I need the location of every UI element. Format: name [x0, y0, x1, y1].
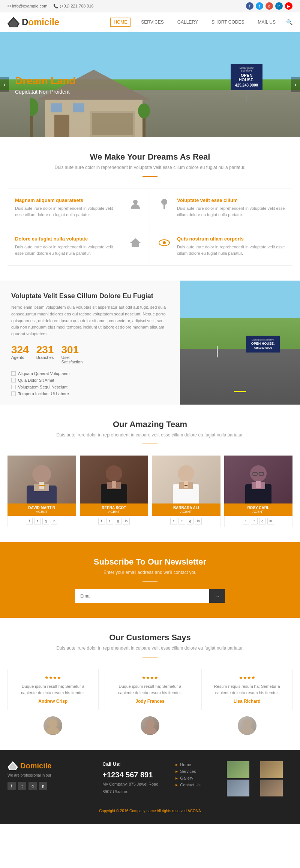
footer-links-list: Home Services Gallery Contact Us — [176, 761, 219, 788]
footer-address: My Company, 875 Jewel Road8907 Ukraine. — [102, 781, 168, 796]
footer-brand-col: Domicile We are professional in our f t … — [8, 761, 95, 796]
team-tw-4[interactable]: t — [251, 518, 258, 524]
svg-rect-8 — [73, 103, 84, 112]
footer-link-home[interactable]: Home — [176, 761, 219, 768]
team-role-1: AGENT — [10, 510, 73, 514]
feature-text-2: Voluptate velit esse cillum Duis aute ir… — [177, 197, 285, 218]
nav-mailus[interactable]: MAIL US — [255, 18, 279, 26]
nav-shortcodes[interactable]: SHORT CODES — [208, 18, 248, 26]
svg-point-19 — [32, 465, 51, 484]
nav-services[interactable]: SERVICES — [138, 18, 166, 26]
nav-home[interactable]: HOME — [110, 18, 130, 27]
avatar-1 — [8, 716, 99, 735]
footer-link-services[interactable]: Services — [176, 768, 219, 775]
youtube-icon[interactable]: ▶ — [285, 2, 292, 10]
footer-copyright: Copyright © 2016 Company name All rights… — [99, 809, 187, 813]
stats-right-image: Marketplace Sotheby's OPEN HOUSE. 425.24… — [180, 281, 300, 405]
team-section: Our Amazing Team Duis aute irure dolor i… — [0, 405, 300, 542]
footer-link-contact-a[interactable]: Contact Us — [180, 783, 200, 787]
footer-call-label: Call Us: — [102, 761, 168, 767]
facebook-icon[interactable]: f — [246, 2, 254, 10]
team-gp-2[interactable]: g — [115, 518, 122, 524]
hero-title: Dream Land — [15, 75, 76, 87]
footer-link-home-a[interactable]: Home — [180, 762, 191, 767]
team-divider — [142, 444, 158, 444]
svg-rect-23 — [39, 485, 45, 486]
logo-icon — [8, 17, 20, 27]
svg-rect-32 — [184, 485, 188, 486]
stars-3: ★★★★ — [208, 675, 286, 680]
team-role-2: AGENT — [83, 510, 146, 514]
team-overlay-4: ROSY CARL AGENT — [224, 503, 293, 516]
svg-marker-44 — [9, 763, 17, 770]
email-icon: ✉ — [8, 4, 11, 8]
googleplus-icon[interactable]: g — [266, 2, 273, 10]
person-icon — [129, 197, 142, 211]
team-social-2: f t g in — [80, 515, 148, 527]
team-li-1[interactable]: in — [51, 518, 57, 524]
newsletter-submit-button[interactable]: → — [209, 589, 225, 603]
team-li-3[interactable]: in — [195, 518, 202, 524]
svg-rect-36 — [256, 481, 261, 488]
checkbox-2 — [11, 378, 16, 382]
testimonials-title: Our Customers Says — [8, 633, 292, 642]
feature-item-4: Quis nostrum ullam corporis Duis aute ir… — [150, 227, 292, 266]
footer-link-services-a[interactable]: Services — [180, 769, 196, 774]
stat-branches-number: 231 — [36, 345, 54, 355]
newsletter-divider — [142, 581, 158, 582]
team-tw-3[interactable]: t — [178, 518, 185, 524]
team-social-3: f t g in — [152, 515, 220, 527]
checkbox-4 — [11, 391, 16, 396]
team-gp-4[interactable]: g — [259, 518, 266, 524]
footer-li-icon[interactable]: p — [39, 782, 47, 790]
svg-rect-7 — [51, 103, 62, 112]
footer-link-gallery[interactable]: Gallery — [176, 775, 219, 781]
team-tw-1[interactable]: t — [34, 518, 41, 524]
nav-gallery[interactable]: GALLERY — [174, 18, 201, 26]
hero-next-button[interactable]: › — [291, 77, 300, 92]
footer-gallery-img-1 — [227, 761, 249, 778]
logo[interactable]: Domicile — [8, 17, 59, 27]
team-gp-1[interactable]: g — [42, 518, 49, 524]
avatar-svg-2 — [141, 716, 159, 735]
newsletter-subtitle: Enter your email address and we'll conta… — [8, 570, 292, 575]
team-li-2[interactable]: in — [123, 518, 130, 524]
feature-desc-1: Duis aute irure dolor in reprehenderit i… — [15, 205, 123, 218]
footer-tw-icon[interactable]: t — [18, 782, 26, 790]
footer-phone: +1234 567 891 — [102, 771, 168, 779]
search-icon[interactable]: 🔍 — [286, 19, 292, 25]
twitter-icon[interactable]: t — [256, 2, 263, 10]
newsletter-form: → — [75, 589, 225, 603]
testimonial-2: ★★★★ Duque ipsum result ha; Semetur a ca… — [105, 669, 196, 710]
newsletter-email-input[interactable] — [75, 589, 209, 603]
team-tw-2[interactable]: t — [106, 518, 113, 524]
feature-desc-3: Duis aute irure dolor in reprehenderit i… — [15, 244, 123, 256]
testimonial-author-2: Jody Frances — [111, 699, 189, 704]
team-card-4: ROSY CARL AGENT f t g in — [224, 456, 293, 527]
svg-point-14 — [161, 199, 167, 205]
team-fb-1[interactable]: f — [26, 518, 33, 524]
checkbox-1 — [11, 371, 16, 376]
stat-satisfaction: 301 User Satisfaction — [61, 345, 84, 364]
footer-link-contact[interactable]: Contact Us — [176, 781, 219, 788]
team-gp-3[interactable]: g — [187, 518, 194, 524]
team-fb-3[interactable]: f — [170, 518, 177, 524]
top-bar-social: f t g in ▶ — [246, 2, 292, 10]
team-li-4[interactable]: in — [267, 518, 274, 524]
linkedin-icon[interactable]: in — [275, 2, 283, 10]
stat-satisfaction-label: User Satisfaction — [61, 355, 84, 364]
footer-gp-icon[interactable]: g — [28, 782, 37, 790]
team-fb-2[interactable]: f — [98, 518, 105, 524]
footer-fb-icon[interactable]: f — [8, 782, 16, 790]
stat-branches: 231 Branches — [36, 345, 54, 364]
hero-prev-button[interactable]: ‹ — [0, 77, 9, 92]
footer: Domicile We are professional in our f t … — [0, 750, 300, 824]
footer-link-gallery-a[interactable]: Gallery — [180, 776, 193, 780]
hero-subtitle: Cupidatat Non Proident — [15, 89, 76, 95]
testimonial-avatars — [8, 716, 292, 735]
feature-item-1: Magnam aliquam quaerateets Duis aute iru… — [8, 188, 150, 227]
team-fb-4[interactable]: f — [243, 518, 249, 524]
sign-board: Marketplace Sotheby's OPEN HOUSE. 425.24… — [231, 64, 262, 90]
avatar-2 — [105, 716, 196, 735]
svg-point-10 — [30, 98, 38, 116]
